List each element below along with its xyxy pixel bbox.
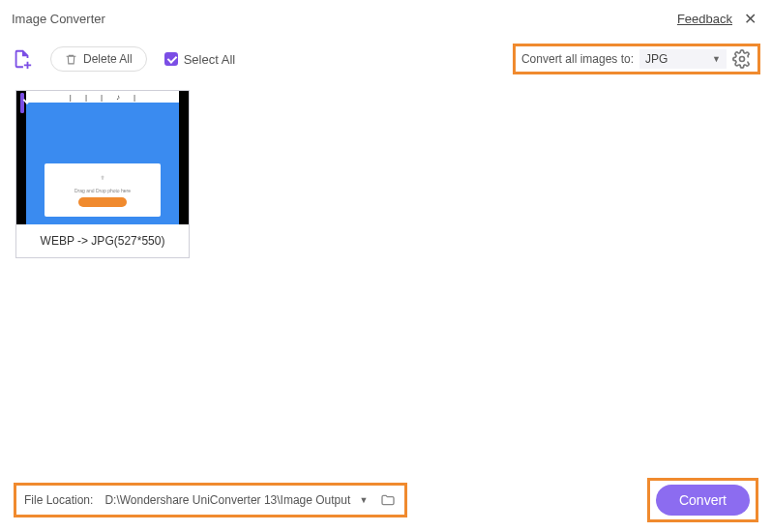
chevron-down-icon: ▼ — [712, 54, 721, 64]
svg-point-0 — [740, 57, 745, 62]
thumbnail-drop-text: Drag and Drop photo here — [74, 188, 131, 193]
convert-button-highlight: Convert — [647, 478, 758, 522]
add-file-icon[interactable] — [12, 48, 33, 70]
feedback-link[interactable]: Feedback — [677, 12, 732, 26]
trash-icon — [65, 53, 77, 66]
thumbnail-content-top: |||♪| — [26, 91, 179, 103]
settings-icon[interactable] — [732, 49, 752, 69]
checkbox-checked-icon — [164, 52, 178, 66]
thumbnail-caption: WEBP -> JPG(527*550) — [16, 224, 189, 257]
select-all-label: Select All — [184, 52, 235, 67]
convert-format-group: Convert all images to: JPG ▼ — [513, 44, 760, 74]
file-location-path: D:\Wondershare UniConverter 13\Image Out… — [104, 493, 350, 507]
delete-all-button[interactable]: Delete All — [50, 46, 147, 72]
chevron-down-icon: ▼ — [359, 495, 368, 505]
folder-icon[interactable] — [379, 492, 397, 508]
file-location-group: File Location: D:\Wondershare UniConvert… — [14, 483, 407, 517]
file-location-select[interactable]: D:\Wondershare UniConverter 13\Image Out… — [101, 491, 371, 509]
page-title: Image Converter — [12, 12, 677, 26]
file-location-label: File Location: — [24, 493, 93, 507]
format-select[interactable]: JPG ▼ — [639, 49, 727, 69]
select-all-checkbox[interactable]: Select All — [164, 52, 235, 67]
format-value: JPG — [645, 52, 668, 66]
image-thumbnail-card[interactable]: |||♪| Drag and Drop photo here WEBP -> J… — [15, 90, 190, 258]
delete-all-label: Delete All — [83, 52, 133, 66]
close-icon[interactable]: ✕ — [740, 8, 760, 30]
thumbnail-checkbox[interactable] — [20, 95, 24, 112]
checkbox-checked-icon — [20, 93, 24, 113]
convert-button[interactable]: Convert — [656, 485, 750, 516]
convert-format-label: Convert all images to: — [521, 52, 634, 66]
thumbnail-content-body: Drag and Drop photo here — [26, 103, 179, 224]
thumbnail-inner-button — [78, 197, 127, 207]
